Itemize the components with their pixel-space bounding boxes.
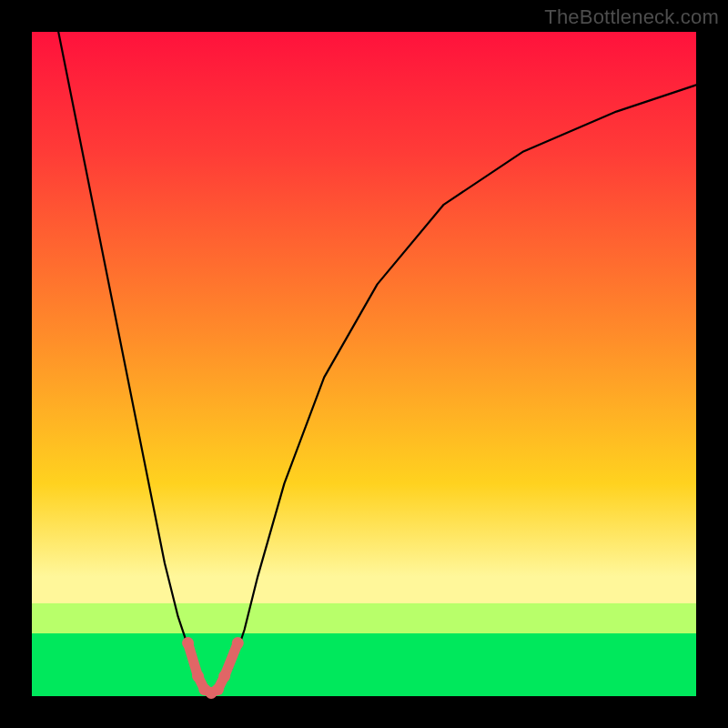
trough-marker-dot (218, 671, 230, 682)
trough-marker-dot (212, 683, 224, 695)
trough-highlight (188, 643, 238, 693)
watermark-text: TheBottleneck.com (544, 5, 719, 29)
trough-marker-dot (182, 637, 194, 649)
trough-marker-dot (192, 671, 204, 682)
plot-gradient-background (32, 32, 696, 696)
chart-svg (32, 32, 696, 696)
chart-frame: TheBottleneck.com (0, 0, 728, 728)
trough-marker-dot (232, 637, 244, 649)
bottleneck-curve (58, 32, 696, 693)
